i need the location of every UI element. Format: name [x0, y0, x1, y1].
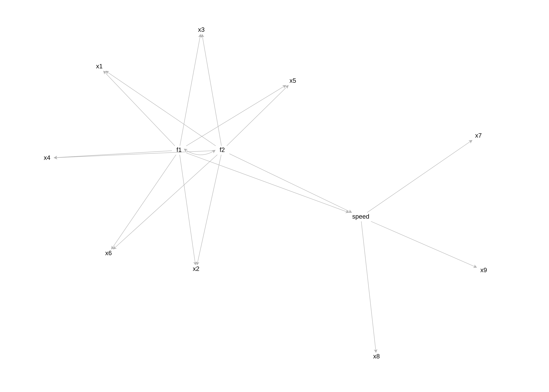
edge-speed-x8 [361, 221, 376, 352]
edge-f1-x1 [104, 71, 175, 146]
node-x1: x1 [96, 63, 103, 70]
node-f2: f2 [220, 146, 225, 153]
edge-f2-x2 [197, 155, 221, 265]
edge-f2-speed [229, 154, 352, 212]
edge-f1-x2 [180, 155, 195, 265]
node-x9: x9 [480, 266, 487, 273]
edge-speed-x7 [367, 140, 472, 212]
edge-f2-x6 [113, 155, 217, 249]
node-x8: x8 [373, 353, 380, 360]
edge-f1-x6 [112, 155, 176, 249]
edge-f2-x3 [202, 35, 221, 146]
node-x2: x2 [193, 265, 199, 272]
node-f1: f1 [176, 146, 182, 153]
node-x3: x3 [198, 26, 205, 33]
node-x7: x7 [475, 132, 482, 139]
edge-speed-x9 [371, 221, 477, 267]
edge-f2-x4 [54, 151, 215, 158]
node-x6: x6 [105, 250, 112, 257]
edge-f2-x1 [106, 71, 216, 146]
edge-f1-x4 [54, 151, 172, 158]
path-diagram: x1x3x5x4f1f2x7x6x2speedx9x8 [0, 0, 549, 392]
node-speed: speed [352, 213, 369, 220]
node-x5: x5 [289, 77, 296, 84]
edge-f1-x3 [180, 35, 200, 146]
node-x4: x4 [44, 154, 50, 161]
